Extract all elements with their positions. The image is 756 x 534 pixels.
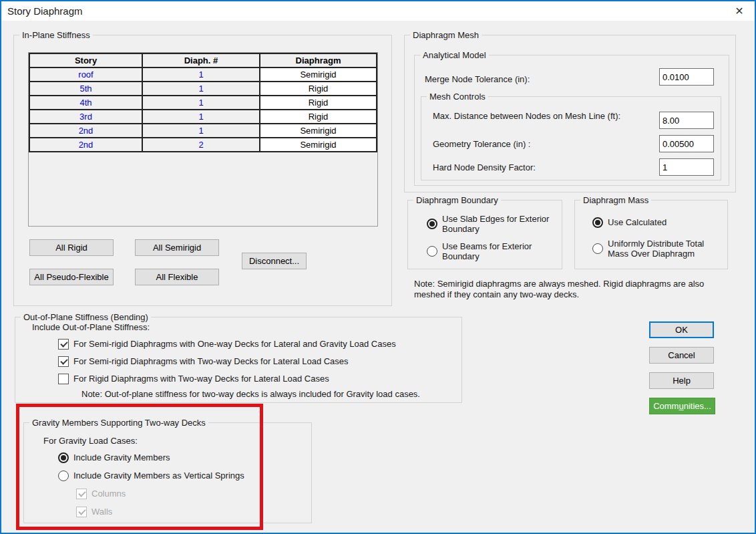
col-header-story: Story xyxy=(29,53,142,68)
hard-node-density-input[interactable] xyxy=(659,158,714,176)
checkbox-disabled-checked-icon xyxy=(76,489,87,499)
checkbox-disabled-checked-icon xyxy=(76,507,87,517)
radio-label: Use Calculated xyxy=(608,217,667,227)
communities-text: Comm xyxy=(653,401,679,411)
diaphragm-table: Story Diaph. # Diaphragm roof 1 Semirigi… xyxy=(29,53,377,152)
cell-diaph-num[interactable]: 1 xyxy=(142,110,260,124)
out-of-plane-label: Out-of-Plane Stiffness (Bending) xyxy=(21,312,151,322)
table-row: 4th 1 Rigid xyxy=(29,96,377,110)
merge-node-tolerance-label: Merge Node Tolerance (in): xyxy=(425,74,625,85)
for-gravity-load-cases-label: For Gravity Load Cases: xyxy=(43,436,138,446)
checkbox-checked-icon xyxy=(58,356,69,367)
cell-diaph-num[interactable]: 1 xyxy=(142,124,260,138)
geometry-tolerance-input[interactable] xyxy=(659,135,714,152)
diaphragm-boundary-label: Diaphragm Boundary xyxy=(413,195,501,205)
checkbox-label: Columns xyxy=(91,489,126,499)
cell-story[interactable]: 2nd xyxy=(29,138,142,152)
radio-uniform-mass[interactable]: Uniformly Distribute Total Mass Over Dia… xyxy=(592,239,719,259)
table-row: 3rd 1 Rigid xyxy=(29,110,377,124)
all-pseudo-flexible-button[interactable]: All Pseudo-Flexible xyxy=(29,269,114,285)
cell-story[interactable]: 5th xyxy=(29,82,142,96)
table-header-row: Story Diaph. # Diaphragm xyxy=(29,53,377,68)
in-plane-stiffness-label: In-Plane Stiffness xyxy=(19,30,93,40)
radio-selected-icon xyxy=(427,219,437,229)
cell-story[interactable]: 3rd xyxy=(29,110,142,124)
radio-use-beams[interactable]: Use Beams for Exterior Boundary xyxy=(427,241,555,262)
checkbox-label: Walls xyxy=(91,507,112,517)
diaphragm-mesh-label: Diaphragm Mesh xyxy=(410,30,482,40)
radio-label: Include Gravity Members xyxy=(73,452,170,462)
ok-button[interactable]: OK xyxy=(649,321,714,338)
radio-selected-icon xyxy=(592,217,603,228)
checkbox-semirigid-oneway[interactable]: For Semi-rigid Diaphragms with One-way D… xyxy=(58,339,396,350)
diaphragm-mass-label: Diaphragm Mass xyxy=(580,195,651,205)
radio-label: Include Gravity Members as Vertical Spri… xyxy=(73,471,244,481)
radio-use-calculated[interactable]: Use Calculated xyxy=(592,217,719,228)
close-icon[interactable]: ✕ xyxy=(731,3,748,19)
radio-use-slab-edges[interactable]: Use Slab Edges for Exterior Boundary xyxy=(427,214,555,235)
table-row: 5th 1 Rigid xyxy=(29,82,377,96)
cell-diaphragm-type[interactable]: Semirigid xyxy=(260,138,377,152)
communities-button[interactable]: Communities... xyxy=(649,398,715,414)
table-row: 2nd 1 Semirigid xyxy=(29,124,377,138)
radio-label: Use Beams for Exterior Boundary xyxy=(442,241,555,262)
title-bar: Story Diaphragm ✕ xyxy=(1,1,755,21)
all-rigid-button[interactable]: All Rigid xyxy=(29,239,114,256)
help-button[interactable]: Help xyxy=(649,372,714,389)
cell-diaph-num[interactable]: 1 xyxy=(142,96,260,110)
checkbox-checked-icon xyxy=(58,339,69,350)
radio-gravity-vertical-springs[interactable]: Include Gravity Members as Vertical Spri… xyxy=(58,471,244,481)
diaphragm-table-container: Story Diaph. # Diaphragm roof 1 Semirigi… xyxy=(28,52,378,227)
merge-node-tolerance-input[interactable] xyxy=(659,68,714,86)
cell-story[interactable]: 4th xyxy=(29,96,142,110)
cell-diaphragm-type[interactable]: Semirigid xyxy=(260,68,377,82)
checkbox-columns: Columns xyxy=(76,489,126,499)
checkbox-label: For Semi-rigid Diaphragms with One-way D… xyxy=(73,339,396,349)
story-diaphragm-dialog: Story Diaphragm ✕ In-Plane Stiffness Sto… xyxy=(0,0,756,534)
checkbox-semirigid-twoway[interactable]: For Semi-rigid Diaphragms with Two-way D… xyxy=(58,356,349,367)
checkbox-walls: Walls xyxy=(76,507,112,517)
cell-diaph-num[interactable]: 2 xyxy=(142,138,260,152)
radio-selected-icon xyxy=(58,452,69,463)
cancel-button[interactable]: Cancel xyxy=(649,347,714,364)
radio-label: Use Slab Edges for Exterior Boundary xyxy=(442,214,555,235)
hard-node-density-label: Hard Node Density Factor: xyxy=(433,162,646,173)
max-distance-label: Max. Distance between Nodes on Mesh Line… xyxy=(433,111,646,122)
dialog-title: Story Diaphragm xyxy=(7,5,83,17)
col-header-diaph-num: Diaph. # xyxy=(142,53,260,68)
checkbox-label: For Rigid Diaphragms with Two-way Decks … xyxy=(73,374,329,384)
gravity-members-label: Gravity Members Supporting Two-way Decks xyxy=(29,418,208,428)
cell-diaph-num[interactable]: 1 xyxy=(142,68,260,82)
mesh-controls-label: Mesh Controls xyxy=(427,92,488,102)
checkbox-rigid-twoway[interactable]: For Rigid Diaphragms with Two-way Decks … xyxy=(58,374,329,384)
cell-diaphragm-type[interactable]: Semirigid xyxy=(260,124,377,138)
disconnect-button[interactable]: Disconnect... xyxy=(242,253,307,269)
cell-diaphragm-type[interactable]: Rigid xyxy=(260,96,377,110)
max-distance-input[interactable] xyxy=(659,112,714,129)
mesh-note: Note: Semirigid diaphragms are always me… xyxy=(414,279,733,301)
analytical-model-label: Analytical Model xyxy=(420,50,489,60)
geometry-tolerance-label: Geometry Tolerance (in) : xyxy=(433,139,646,150)
col-header-diaphragm: Diaphragm xyxy=(260,53,377,68)
checkbox-label: For Semi-rigid Diaphragms with Two-way D… xyxy=(73,356,349,366)
cell-story[interactable]: roof xyxy=(29,68,142,82)
radio-include-gravity-members[interactable]: Include Gravity Members xyxy=(58,452,170,463)
communities-accesskey: u xyxy=(679,401,683,411)
radio-unselected-icon xyxy=(427,246,437,257)
table-row: roof 1 Semirigid xyxy=(29,68,377,82)
radio-unselected-icon xyxy=(592,243,603,254)
radio-unselected-icon xyxy=(58,471,69,481)
all-semirigid-button[interactable]: All Semirigid xyxy=(135,239,219,256)
radio-label: Uniformly Distribute Total Mass Over Dia… xyxy=(608,239,719,259)
cell-diaph-num[interactable]: 1 xyxy=(142,82,260,96)
out-of-plane-note: Note: Out-of-plane stiffness for two-way… xyxy=(81,389,455,400)
include-out-of-plane-label: Include Out-of-Plane Stiffness: xyxy=(32,322,150,333)
all-flexible-button[interactable]: All Flexible xyxy=(135,269,219,285)
dialog-body: In-Plane Stiffness Story Diaph. # Diaphr… xyxy=(1,21,755,533)
table-row: 2nd 2 Semirigid xyxy=(29,138,377,152)
checkbox-unchecked-icon xyxy=(58,374,69,384)
cell-story[interactable]: 2nd xyxy=(29,124,142,138)
cell-diaphragm-type[interactable]: Rigid xyxy=(260,82,377,96)
cell-diaphragm-type[interactable]: Rigid xyxy=(260,110,377,124)
communities-text: nities... xyxy=(684,401,711,411)
